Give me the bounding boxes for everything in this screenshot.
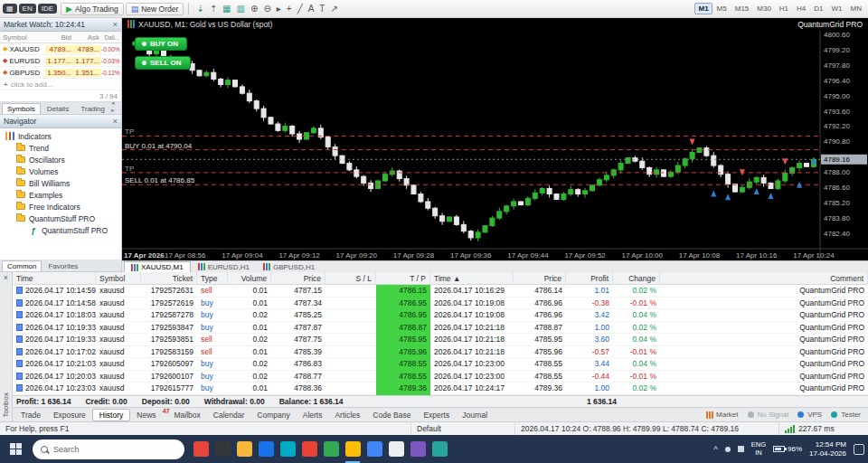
tree-node-indicators[interactable]: Indicators <box>0 130 121 142</box>
tree-node-examples[interactable]: Examples <box>0 189 121 201</box>
column-header-time[interactable]: Time <box>13 272 96 285</box>
buy-on-button[interactable]: BUY ON <box>135 37 187 51</box>
toolbox-tab-experts[interactable]: Experts <box>417 410 456 420</box>
column-header-s-l[interactable]: S / L <box>326 272 376 285</box>
column-header-profit[interactable]: Profit <box>566 272 613 285</box>
tree-node-oscillators[interactable]: Oscillators <box>0 154 121 165</box>
chart-tab-eurusd-h1[interactable]: EURUSD,H1 <box>192 261 256 272</box>
column-header-type[interactable]: Type <box>197 272 228 285</box>
chart-tab-gbpusd-h1[interactable]: GBPUSD,H1 <box>257 261 321 272</box>
tab-common[interactable]: Common <box>2 260 42 271</box>
taskbar-app-icon[interactable] <box>320 435 342 463</box>
zoom-out-icon[interactable]: ⊖ <box>260 4 273 14</box>
toolbox-tab-company[interactable]: Company <box>250 410 296 420</box>
tab-favorites[interactable]: Favorites <box>42 260 83 271</box>
toolbox-tab-journal[interactable]: Journal <box>456 410 494 420</box>
chart-tab-xauusd-m1[interactable]: XAUUSD,M1 <box>124 261 191 272</box>
zoom-in-icon[interactable]: ⊕ <box>248 4 260 14</box>
ask-column-header[interactable]: Ask <box>73 33 101 42</box>
column-header-time[interactable]: Time ▲ <box>430 272 514 285</box>
toolbox-tab-calendar[interactable]: Calendar <box>207 410 251 420</box>
tray-icon[interactable] <box>738 446 744 452</box>
column-header-ticket[interactable]: Ticket <box>141 272 197 285</box>
taskbar-clock[interactable]: 12:54 PM 17-04-2026 <box>809 440 846 458</box>
tab-scroll-arrows[interactable]: ◂ ▸ <box>111 99 119 114</box>
column-header-symbol[interactable]: Symbol <box>96 272 141 285</box>
tree-node-bill-williams[interactable]: Bill Williams <box>0 177 121 189</box>
tree-node-quantumstuff-pro[interactable]: QuantumStuff PRO <box>0 213 121 224</box>
status-item-market[interactable]: Market <box>706 411 738 419</box>
label-tool-icon[interactable]: T <box>316 4 327 14</box>
column-header-t-p[interactable]: T / P <box>376 272 430 285</box>
battery-indicator[interactable]: 96% <box>773 445 802 453</box>
tray-chevron-icon[interactable]: ^ <box>714 445 718 454</box>
timeframe-m15[interactable]: M15 <box>731 3 753 14</box>
sell-on-button[interactable]: SELL ON <box>135 56 191 70</box>
text-tool-icon[interactable]: A <box>306 4 317 14</box>
deal-row[interactable]: 2026.04.17 10:19:33xauusd1792593847buy0.… <box>13 322 868 335</box>
timeframe-m1[interactable]: M1 <box>694 3 712 14</box>
taskbar-app-icon[interactable] <box>298 435 320 463</box>
column-header-price[interactable]: Price <box>271 272 326 285</box>
timeframe-h4[interactable]: H4 <box>793 3 809 14</box>
toolbox-tab-exposure[interactable]: Exposure <box>47 410 92 420</box>
cursor-icon[interactable]: ▸ <box>274 4 284 14</box>
notification-center-icon[interactable] <box>854 444 864 455</box>
close-icon[interactable]: × <box>113 20 118 29</box>
market-watch-row[interactable]: ◆GBPUSD1.350...1.351...-0.12% <box>0 67 121 79</box>
tab-symbols[interactable]: Symbols <box>2 103 41 114</box>
taskbar-app-icon[interactable] <box>385 435 407 463</box>
taskbar-app-icon[interactable] <box>429 435 450 463</box>
timeframe-m5[interactable]: M5 <box>713 3 731 14</box>
tree-node-volumes[interactable]: Volumes <box>0 165 121 177</box>
bid-column-header[interactable]: Bid <box>45 33 73 42</box>
deposit-icon[interactable]: ⇣ <box>193 4 206 14</box>
trendline-icon[interactable]: ╱ <box>295 4 306 14</box>
status-item-signal[interactable]: No Signal <box>748 411 789 419</box>
overlay-app-icon[interactable]: ▦ <box>3 4 17 14</box>
language-indicator[interactable]: ENG IN <box>751 441 766 457</box>
tab-details[interactable]: Details <box>42 103 74 114</box>
new-order-button[interactable]: ▤ New Order <box>126 3 184 15</box>
market-watch-row[interactable]: ◆XAUUSD4789...4789...-0.00% <box>0 43 121 55</box>
crosshair-icon[interactable]: + <box>284 4 295 14</box>
tile-windows-icon[interactable]: ▦ <box>220 4 233 14</box>
taskbar-search[interactable]: Search <box>33 439 184 459</box>
status-item-tester[interactable]: Tester <box>831 411 861 419</box>
click-to-add-row[interactable]: + click to add... <box>0 79 121 90</box>
price-chart[interactable]: 4800.604799.204797.804796.404795.004793.… <box>122 30 868 260</box>
timeframe-mn[interactable]: MN <box>847 3 865 14</box>
connection-status[interactable]: 227.67 ms <box>779 422 868 436</box>
column-header-volume[interactable]: Volume <box>228 272 271 285</box>
taskbar-app-icon[interactable] <box>342 435 363 463</box>
toolbox-tab-alerts[interactable]: Alerts <box>297 410 329 420</box>
algo-trading-button[interactable]: ▶ Algo Trading <box>61 3 124 15</box>
cascade-windows-icon[interactable]: ▥ <box>234 4 248 14</box>
deal-row[interactable]: 2026.04.17 10:20:03xauusd1792600107buy0.… <box>13 371 868 383</box>
tab-trading[interactable]: Trading <box>75 103 110 114</box>
tree-node-free-indicators[interactable]: Free Indicators <box>0 201 121 213</box>
deal-row[interactable]: 2026.04.17 10:14:58xauusd1792572619buy0.… <box>13 298 868 310</box>
overlay-ide-chip[interactable]: IDE <box>38 4 57 14</box>
overlay-language-chip[interactable]: EN <box>19 4 36 14</box>
column-header-change[interactable]: Change <box>613 272 660 285</box>
profile-selector[interactable]: Default <box>411 422 515 436</box>
start-button[interactable] <box>4 435 27 463</box>
timeframe-m30[interactable]: M30 <box>753 3 775 14</box>
status-item-vps[interactable]: VPS <box>797 411 822 419</box>
deal-row[interactable]: 2026.04.17 10:18:03xauusd1792587278buy0.… <box>13 309 868 322</box>
daily-column-header[interactable]: Dail... <box>101 34 120 41</box>
column-header-comment[interactable]: Comment <box>660 272 868 285</box>
taskbar-app-icon[interactable] <box>190 435 212 463</box>
taskbar-app-icon[interactable] <box>233 435 255 463</box>
timeframe-w1[interactable]: W1 <box>828 3 846 14</box>
market-watch-row[interactable]: ◆EURUSD1.177...1.177...-0.03% <box>0 55 121 67</box>
column-header-price[interactable]: Price <box>514 272 566 285</box>
tree-node-indicator-item[interactable]: ƒQuantumStuff PRO <box>0 224 121 236</box>
taskbar-app-icon[interactable] <box>212 435 233 463</box>
close-icon[interactable]: × <box>4 273 8 282</box>
chart-area[interactable]: 4800.604799.204797.804796.404795.004793.… <box>122 30 868 260</box>
taskbar-app-icon[interactable] <box>363 435 385 463</box>
toolbox-tab-history[interactable]: History <box>92 409 130 421</box>
deal-row[interactable]: 2026.04.17 10:14:59xauusd1792572631sell0… <box>13 285 868 298</box>
